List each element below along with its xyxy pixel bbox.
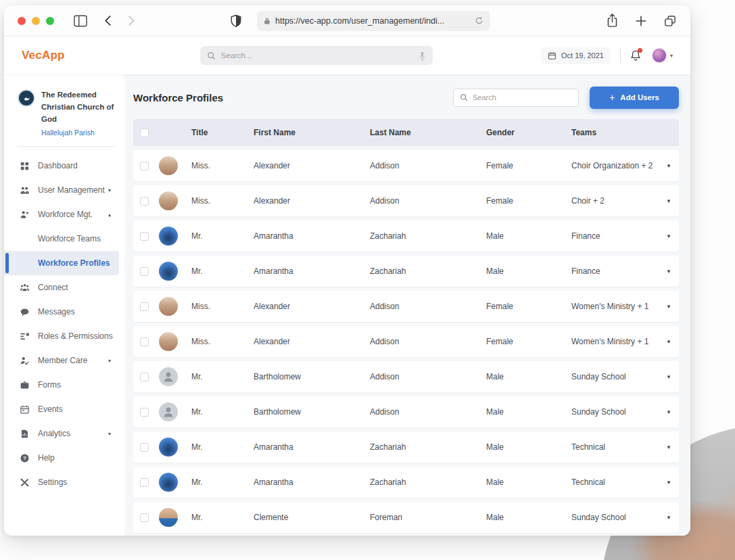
teams-dropdown-icon[interactable]: ▾ <box>659 233 679 239</box>
teams-dropdown-icon[interactable]: ▾ <box>659 197 679 204</box>
sidebar-item-analytics[interactable]: Analytics ▾ <box>4 421 124 446</box>
row-checkbox[interactable] <box>140 302 149 311</box>
calendar-icon <box>548 51 556 60</box>
teams-dropdown-icon[interactable]: ▾ <box>659 373 679 380</box>
privacy-shield-icon[interactable] <box>230 14 242 28</box>
cell-first-name: Alexander <box>254 161 370 170</box>
table-row: Mr. Amarantha Zachariah Male Technical ▾ <box>133 431 679 463</box>
table-search-input[interactable]: Search <box>453 89 579 107</box>
teams-dropdown-icon[interactable]: ▾ <box>659 162 679 169</box>
organization-branch-link[interactable]: Hallelujah Parish <box>41 129 115 137</box>
teams-dropdown-icon[interactable]: ▾ <box>659 479 679 486</box>
chevron-down-icon: ▾ <box>108 431 111 437</box>
app-header: VecApp Search... Oct 19, 2021 <box>4 37 690 74</box>
minimize-window-button[interactable] <box>32 17 40 25</box>
close-window-button[interactable] <box>18 17 26 25</box>
cell-teams: Finance <box>571 231 659 241</box>
teams-dropdown-icon[interactable]: ▾ <box>659 338 679 345</box>
profile-avatar <box>159 508 178 527</box>
sidebar-item-roles-permissions[interactable]: Roles & Permissions <box>4 324 124 348</box>
cell-title: Mr. <box>191 477 254 487</box>
cell-gender: Male <box>486 407 571 417</box>
show-tabs-button[interactable] <box>663 14 677 28</box>
sidebar-item-messages[interactable]: Messages <box>4 300 124 324</box>
cell-last-name: Foreman <box>370 513 486 522</box>
users-icon <box>19 185 30 195</box>
address-bar[interactable]: https://vec-app.com/user_management/indi… <box>257 11 490 31</box>
column-header-last-name: Last Name <box>370 128 486 137</box>
cell-gender: Female <box>486 337 571 346</box>
profile-avatar <box>159 191 178 210</box>
browser-chrome: https://vec-app.com/user_management/indi… <box>4 5 690 37</box>
select-all-checkbox[interactable] <box>140 129 149 137</box>
table-row: Miss. Alexander Addison Female Women's M… <box>133 291 679 322</box>
sidebar-item-workforce-profiles[interactable]: Workforce Profiles <box>4 251 119 275</box>
table-search-placeholder: Search <box>473 93 496 101</box>
row-checkbox[interactable] <box>140 513 149 522</box>
row-checkbox[interactable] <box>140 267 149 276</box>
svg-text:?: ? <box>23 455 26 461</box>
cell-last-name: Zachariah <box>370 266 486 276</box>
sidebar-item-user-management[interactable]: User Management ▾ <box>4 178 124 202</box>
cell-last-name: Zachariah <box>370 231 486 241</box>
url-text: https://vec-app.com/user_management/indi… <box>275 16 470 26</box>
cell-title: Miss. <box>191 196 254 206</box>
row-checkbox[interactable] <box>140 337 149 346</box>
row-checkbox[interactable] <box>140 408 149 417</box>
chevron-up-icon: ▴ <box>108 212 111 218</box>
row-checkbox[interactable] <box>140 162 149 170</box>
cell-last-name: Zachariah <box>370 477 486 487</box>
cell-last-name: Addison <box>370 161 486 170</box>
table-row: Mr. Bartholomew Addison Male Sunday Scho… <box>133 361 679 392</box>
share-button[interactable] <box>606 13 619 28</box>
cell-gender: Female <box>486 196 571 206</box>
teams-dropdown-icon[interactable]: ▾ <box>659 409 679 415</box>
profile-avatar <box>159 332 178 351</box>
settings-icon <box>19 477 30 488</box>
table-row: Mr. Clemente Foreman Male Sunday School … <box>133 502 679 533</box>
sidebar-item-settings[interactable]: Settings <box>4 470 124 494</box>
row-checkbox[interactable] <box>140 197 149 206</box>
sidebar-item-workforce-mgt[interactable]: Workforce Mgt. ▴ <box>4 202 124 227</box>
global-search-input[interactable]: Search... <box>200 46 433 65</box>
cell-first-name: Alexander <box>254 337 370 346</box>
user-menu[interactable]: ▾ <box>652 48 673 63</box>
sidebar-item-forms[interactable]: Forms <box>4 373 124 397</box>
sidebar-nav: Dashboard User Management ▾ Workforce Mg… <box>4 154 124 494</box>
sidebar-item-dashboard[interactable]: Dashboard <box>4 154 124 178</box>
profile-avatar <box>159 227 178 246</box>
date-picker[interactable]: Oct 19, 2021 <box>541 47 611 64</box>
profile-avatar <box>159 297 178 316</box>
app-logo[interactable]: VecApp <box>22 49 65 62</box>
row-checkbox[interactable] <box>140 478 149 487</box>
add-users-button[interactable]: + Add Users <box>590 87 679 109</box>
organization-block: The Redeemed Christian Church of God Hal… <box>4 89 124 137</box>
teams-dropdown-icon[interactable]: ▾ <box>659 268 679 275</box>
window-controls <box>18 17 54 25</box>
sidebar-item-connect[interactable]: Connect <box>4 275 124 300</box>
microphone-icon[interactable] <box>419 51 426 61</box>
teams-dropdown-icon[interactable]: ▾ <box>659 514 679 521</box>
cell-last-name: Addison <box>370 407 486 417</box>
teams-dropdown-icon[interactable]: ▾ <box>659 303 679 310</box>
forward-button[interactable] <box>128 15 135 26</box>
plus-icon: + <box>609 92 615 103</box>
back-button[interactable] <box>104 15 112 26</box>
new-tab-button[interactable] <box>635 15 647 27</box>
cell-gender: Male <box>486 513 571 522</box>
zoom-window-button[interactable] <box>46 17 54 25</box>
sidebar-item-workforce-teams[interactable]: Workforce Teams <box>4 227 124 251</box>
row-checkbox[interactable] <box>140 443 149 452</box>
sidebar-item-member-care[interactable]: Member Care ▾ <box>4 348 124 373</box>
organization-name: The Redeemed Christian Church of God <box>41 89 115 125</box>
member-care-icon <box>19 356 30 366</box>
cell-last-name: Zachariah <box>370 442 486 452</box>
reload-icon[interactable] <box>475 16 483 25</box>
sidebar-toggle-icon[interactable] <box>73 14 88 28</box>
notifications-button[interactable] <box>630 49 641 62</box>
row-checkbox[interactable] <box>140 232 149 241</box>
row-checkbox[interactable] <box>140 373 149 381</box>
teams-dropdown-icon[interactable]: ▾ <box>659 444 679 450</box>
sidebar-item-help[interactable]: ? Help <box>4 446 124 470</box>
sidebar-item-events[interactable]: Events <box>4 397 124 421</box>
